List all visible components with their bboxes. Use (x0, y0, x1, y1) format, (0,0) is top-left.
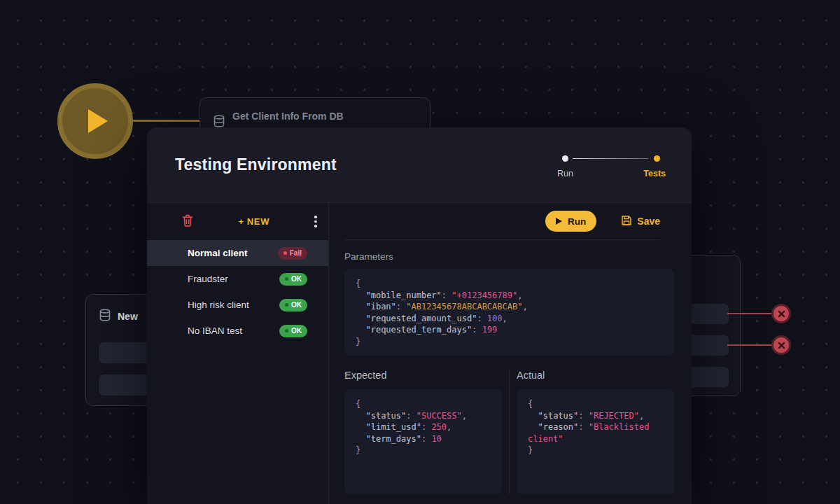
new-test-button[interactable]: + NEW (238, 216, 270, 227)
node-label: New (118, 311, 138, 322)
test-detail-panel: Run Save Parameters { "mobile_number": "… (329, 203, 692, 504)
run-step-label[interactable]: Run (557, 169, 573, 178)
more-options-button[interactable] (314, 216, 317, 227)
status-dot (285, 303, 288, 307)
delete-test-button[interactable] (182, 214, 193, 229)
modal-header: Testing Environment Run Tests (147, 127, 692, 203)
test-row-no-iban-test[interactable]: No IBAN test OK (147, 318, 328, 344)
expected-column: Expected { "status": "SUCCESS", "limit_u… (344, 370, 502, 494)
run-step-dot[interactable] (562, 155, 568, 162)
trash-icon (182, 214, 193, 229)
actual-code-block: { "status": "REJECTED", "reason": "Black… (517, 389, 674, 494)
status-dot (284, 251, 287, 255)
status-dot (285, 277, 288, 281)
status-badge-ok: OK (279, 299, 307, 312)
test-name: High risk client (188, 300, 249, 310)
actual-column: Actual { "status": "REJECTED", "reason":… (509, 370, 674, 494)
database-icon (99, 309, 111, 324)
error-connector-line (727, 313, 774, 314)
parameters-label: Parameters (344, 251, 674, 262)
run-tests-stepper: Run Tests (562, 149, 660, 181)
error-connector-line (727, 344, 774, 346)
expected-code-block: { "status": "SUCCESS", "limit_usd": 250,… (344, 389, 502, 494)
expected-label: Expected (344, 370, 502, 381)
status-badge-ok: OK (279, 273, 307, 286)
test-row-high-risk-client[interactable]: High risk client OK (147, 292, 328, 318)
tests-sidebar: + NEW Normal client Fail Fraudster (147, 203, 329, 504)
kebab-icon (314, 216, 317, 227)
play-icon (556, 218, 562, 225)
tests-step-dot[interactable] (654, 155, 660, 162)
sidebar-toolbar: + NEW (147, 203, 328, 240)
actual-label: Actual (517, 370, 674, 381)
test-list: Normal client Fail Fraudster OK High ris… (147, 240, 328, 344)
test-row-normal-client[interactable]: Normal client Fail (147, 240, 328, 266)
status-dot (285, 329, 288, 332)
expected-actual-section: Expected { "status": "SUCCESS", "limit_u… (344, 370, 674, 494)
stepper-line (573, 158, 648, 160)
modal-body: + NEW Normal client Fail Fraudster (147, 203, 692, 504)
test-name: No IBAN test (188, 326, 242, 336)
test-row-fraudster[interactable]: Fraudster OK (147, 266, 328, 292)
status-badge-fail: Fail (278, 247, 307, 260)
connector-line (132, 120, 200, 122)
testing-environment-modal: Testing Environment Run Tests (147, 127, 692, 504)
status-badge-ok: OK (279, 325, 307, 337)
test-name: Fraudster (188, 274, 228, 284)
test-name: Normal client (188, 248, 248, 258)
run-test-button[interactable]: Run (545, 211, 596, 232)
save-test-button[interactable]: Save (621, 215, 660, 228)
save-icon (621, 215, 632, 228)
error-x-icon[interactable] (771, 335, 791, 355)
play-icon (88, 109, 108, 133)
modal-title: Testing Environment (175, 155, 337, 174)
error-x-icon[interactable] (771, 304, 791, 323)
tests-step-label[interactable]: Tests (643, 169, 666, 178)
parameters-code-block: { "mobile_number": "+0123456789", "iban"… (344, 269, 674, 356)
node-label: Get Client Info From DB (232, 111, 344, 122)
detail-toolbar: Run Save (344, 203, 660, 240)
start-node[interactable] (57, 83, 133, 159)
